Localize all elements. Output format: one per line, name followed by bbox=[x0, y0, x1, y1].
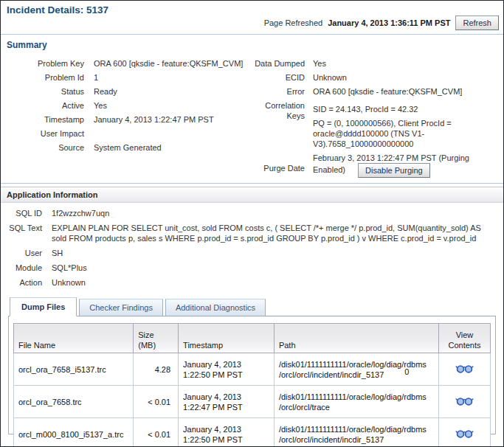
field-sql-id: SQL ID 1f2wzzchw7uqn bbox=[7, 208, 497, 218]
path-cell: /disk01/1111111111/oracle/log/diag/rdbms… bbox=[274, 418, 438, 447]
field-value: ORA 600 [qksdie - feature:QKSFM_CVM] bbox=[94, 58, 252, 69]
field-active: Active Yes bbox=[7, 100, 252, 111]
field-label: Problem Id bbox=[7, 72, 84, 83]
file-name-cell: orcl_ora_7658_i5137.trc bbox=[14, 353, 134, 386]
path-line: /disk01/1111111111/oracle/log/diag/rdbms bbox=[279, 359, 434, 370]
tab-bar: Dump Files Checker Findings Additional D… bbox=[8, 297, 496, 316]
column-header-size: Size (MB) bbox=[134, 324, 179, 353]
field-label: Correlation Keys bbox=[252, 100, 305, 149]
disable-purging-button[interactable]: Disable Purging bbox=[358, 163, 430, 178]
refresh-area: Page Refreshed January 4, 2013 1:36:11 P… bbox=[264, 15, 499, 30]
timestamp-cell: January 4, 2013 1:22:50 PM PST bbox=[179, 353, 275, 386]
field-value: February 3, 2013 1:22:47 PM PST (Purging… bbox=[313, 153, 496, 178]
path-cell: /disk01/1111111111/oracle/log/diag/rdbms… bbox=[274, 353, 438, 386]
table-row: orcl_ora_7658_i5137.trc 4.28 January 4, … bbox=[14, 353, 491, 386]
refresh-button[interactable]: Refresh bbox=[455, 15, 499, 30]
field-label: Status bbox=[7, 86, 84, 97]
size-cell: < 0.01 bbox=[134, 386, 179, 418]
field-error: Error ORA 600 [qksdie - feature:QKSFM_CV… bbox=[252, 86, 497, 97]
field-label: Action bbox=[7, 277, 42, 288]
path-line: /orcl/orcl/incident/incdir_5137 bbox=[279, 434, 434, 445]
application-information-section: SQL ID 1f2wzzchw7uqn SQL Text EXPLAIN PL… bbox=[1, 203, 503, 288]
summary-section: Summary Problem Key ORA 600 [qksdie - fe… bbox=[1, 35, 503, 183]
field-source: Source System Generated bbox=[7, 142, 252, 153]
dump-files-table: File Name Size (MB) Timestamp Path View … bbox=[13, 323, 491, 447]
timestamp-cell: January 4, 2013 1:22:50 PM PST bbox=[179, 418, 275, 447]
table-row: orcl_ora_7658.trc < 0.01 January 4, 2013… bbox=[14, 386, 491, 418]
field-value: System Generated bbox=[94, 142, 252, 153]
page-refreshed-timestamp: January 4, 2013 1:36:11 PM PST bbox=[328, 18, 450, 27]
field-label: Problem Key bbox=[7, 58, 84, 69]
field-purge-date: Purge Date February 3, 2013 1:22:47 PM P… bbox=[252, 153, 497, 178]
field-label: SQL ID bbox=[7, 208, 42, 218]
path-note: 0 bbox=[404, 367, 409, 376]
field-value: Yes bbox=[313, 58, 496, 69]
field-label: Error bbox=[252, 86, 305, 97]
tab-region: Dump Files Checker Findings Additional D… bbox=[8, 297, 496, 434]
page-refreshed-label: Page Refreshed bbox=[264, 18, 323, 27]
field-value: Unknown bbox=[52, 277, 497, 288]
field-ecid: ECID Unknown bbox=[252, 72, 497, 83]
field-value: SQL*Plus bbox=[52, 263, 497, 273]
path-line: /orcl/orcl/incident/incdir_51370 bbox=[279, 370, 434, 380]
column-header-path: Path bbox=[274, 324, 438, 353]
path-line: /orcl/orcl/trace bbox=[279, 402, 434, 412]
file-name-cell: orcl_ora_7658.trc bbox=[14, 386, 134, 418]
field-value: Ready bbox=[94, 86, 252, 97]
field-label: User bbox=[7, 248, 42, 258]
field-label: SQL Text bbox=[7, 223, 42, 243]
view-contents-cell bbox=[438, 418, 490, 447]
field-action: Action Unknown bbox=[7, 277, 497, 288]
summary-left-column: Problem Key ORA 600 [qksdie - feature:QK… bbox=[7, 58, 252, 156]
eyeglasses-icon[interactable] bbox=[455, 364, 474, 375]
field-label: Data Dumped bbox=[252, 58, 305, 69]
field-label: ECID bbox=[252, 72, 305, 83]
field-label: Source bbox=[7, 142, 84, 153]
field-problem-key: Problem Key ORA 600 [qksdie - feature:QK… bbox=[7, 58, 252, 69]
correlation-value-2: PQ = (0, 1000000566), Client ProcId = or… bbox=[313, 118, 496, 149]
size-cell: < 0.01 bbox=[134, 418, 179, 447]
tab-checker-findings[interactable]: Checker Findings bbox=[79, 299, 163, 316]
field-value bbox=[94, 128, 252, 139]
timestamp-cell: January 4, 2013 1:22:47 PM PST bbox=[179, 386, 275, 418]
field-value: Unknown bbox=[313, 72, 496, 83]
field-sql-text: SQL Text EXPLAIN PLAN FOR SELECT unit_co… bbox=[7, 223, 497, 243]
field-value: Yes bbox=[94, 100, 252, 111]
incident-details-page: { "colors": { "title": "#19507a", "secti… bbox=[0, 0, 504, 447]
column-header-timestamp: Timestamp bbox=[179, 324, 275, 353]
summary-right-column: Data Dumped Yes ECID Unknown Error ORA 6… bbox=[252, 58, 497, 181]
view-contents-cell bbox=[438, 353, 490, 386]
application-information-heading: Application Information bbox=[1, 187, 503, 203]
divider bbox=[1, 183, 503, 184]
file-name-cell: orcl_m000_8100_i5137_a.trc bbox=[14, 418, 134, 447]
field-value: 1f2wzzchw7uqn bbox=[52, 208, 497, 218]
field-value: EXPLAIN PLAN FOR SELECT unit_cost, sold … bbox=[52, 223, 497, 243]
field-correlation-keys: Correlation Keys SID = 24.143, ProcId = … bbox=[252, 100, 497, 149]
field-status: Status Ready bbox=[7, 86, 252, 97]
tab-dump-files[interactable]: Dump Files bbox=[10, 297, 77, 316]
column-header-view-contents: View Contents bbox=[438, 324, 490, 353]
field-data-dumped: Data Dumped Yes bbox=[252, 58, 497, 69]
tab-additional-diagnostics[interactable]: Additional Diagnostics bbox=[165, 299, 266, 316]
view-contents-cell bbox=[438, 386, 490, 418]
field-user-impact: User Impact bbox=[7, 128, 252, 139]
path-line: /disk01/1111111111/oracle/log/diag/rdbms bbox=[279, 424, 434, 434]
field-label: Module bbox=[7, 263, 42, 273]
eyeglasses-icon[interactable] bbox=[455, 429, 474, 440]
correlation-value-1: SID = 24.143, ProcId = 42.32 bbox=[313, 104, 496, 114]
page-header: Incident Details: 5137 Page Refreshed Ja… bbox=[1, 1, 503, 34]
field-value: ORA 600 [qksdie - feature:QKSFM_CVM] bbox=[313, 86, 496, 97]
field-user: User SH bbox=[7, 248, 497, 258]
field-label: Timestamp bbox=[7, 114, 84, 125]
page-title: Incident Details: 5137 bbox=[7, 4, 497, 15]
field-value: SH bbox=[52, 248, 497, 258]
field-problem-id: Problem Id 1 bbox=[7, 72, 252, 83]
field-value: January 4, 2013 1:22:47 PM PST bbox=[94, 114, 252, 125]
column-header-file-name: File Name bbox=[14, 324, 134, 353]
field-module: Module SQL*Plus bbox=[7, 263, 497, 273]
field-value: 1 bbox=[94, 72, 252, 83]
field-label: Active bbox=[7, 100, 84, 111]
table-header-row: File Name Size (MB) Timestamp Path View … bbox=[14, 324, 491, 353]
field-label: Purge Date bbox=[252, 163, 305, 173]
eyeglasses-icon[interactable] bbox=[455, 396, 474, 408]
